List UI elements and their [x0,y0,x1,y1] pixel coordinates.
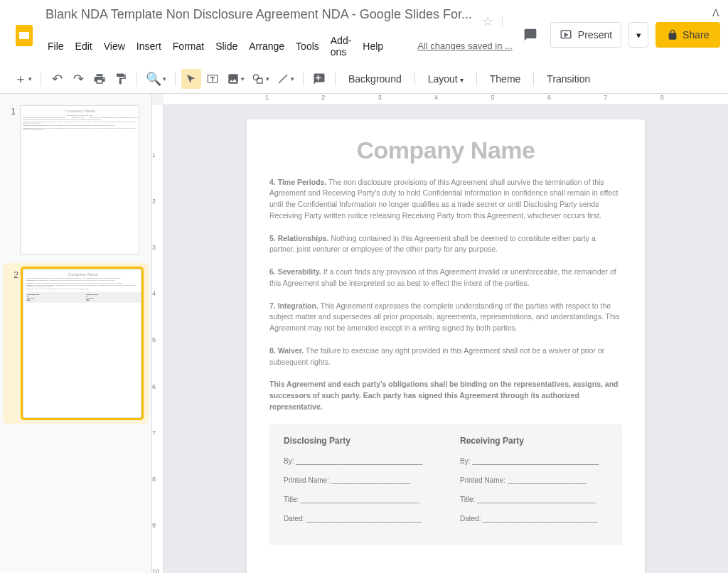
undo-button[interactable]: ↶ [47,69,67,89]
menu-arrange[interactable]: Arrange [244,38,289,55]
slide-canvas[interactable]: Company Name 4. Time Periods. The non di… [247,119,645,573]
shape-tool[interactable]: ▾ [249,69,272,89]
present-dropdown[interactable]: ▾ [628,22,648,48]
theme-button[interactable]: Theme [483,73,528,85]
sig-by: By: ________________________________ [284,457,432,465]
transition-button[interactable]: Transition [540,73,597,85]
image-tool[interactable]: ▾ [224,69,247,89]
menu-tools[interactable]: Tools [291,38,324,55]
select-tool[interactable] [181,69,201,89]
menu-edit[interactable]: Edit [70,38,97,55]
slide-heading[interactable]: Company Name [269,136,622,164]
menu-slide[interactable]: Slide [210,38,242,55]
slide-thumb-1[interactable]: Company Name Non-Disclosure Agreement (N… [20,105,139,255]
filmstrip[interactable]: 1 Company Name Non-Disclosure Agreement … [0,94,152,573]
canvas-area[interactable]: 1 2 3 4 5 6 7 8 1 2 3 4 5 6 7 8 9 10 Com… [152,94,728,573]
thumb-number: 1 [6,105,16,255]
line-tool[interactable]: ▾ [274,69,297,89]
sig-dated: Dated: _____________________________ [284,515,432,523]
sig-printed: Printed Name: ____________________ [460,476,608,484]
sig-dated: Dated: _____________________________ [460,515,608,523]
collapse-toolbar-icon[interactable]: ᐱ [712,7,719,18]
menu-view[interactable]: View [99,38,130,55]
slide-thumb-2[interactable]: Company Name 4. Time Periods. The non di… [23,269,141,418]
svg-rect-1 [19,32,29,39]
sig-by: By: ________________________________ [460,457,608,465]
share-button[interactable]: Share [655,22,720,48]
textbox-tool[interactable] [203,69,223,89]
toolbar: ＋▾ ↶ ↷ 🔍▾ ▾ ▾ ▾ Background Layout▾ Theme… [0,65,728,94]
comment-tool[interactable] [309,69,329,89]
signature-block[interactable]: Disclosing Party By: ___________________… [269,424,622,545]
menu-insert[interactable]: Insert [132,38,166,55]
ruler-horizontal: 1 2 3 4 5 6 7 8 [164,94,728,105]
sig-printed: Printed Name: ____________________ [284,476,432,484]
para-severability[interactable]: 6. Severability. If a court finds any pr… [269,267,622,289]
menu-file[interactable]: File [43,38,69,55]
sig-title: Title: ______________________________ [460,496,608,503]
para-binding[interactable]: This Agreement and each party's obligati… [269,379,622,412]
para-relationships[interactable]: 5. Relationships. Nothing contained in t… [269,233,622,256]
new-slide-button[interactable]: ＋▾ [11,69,35,89]
menu-help[interactable]: Help [358,38,388,55]
zoom-button[interactable]: 🔍▾ [143,69,169,89]
menubar: File Edit View Insert Format Slide Arran… [43,29,518,65]
ruler-vertical: 1 2 3 4 5 6 7 8 9 10 [152,105,164,573]
paint-format-button[interactable] [111,69,131,89]
para-waiver[interactable]: 8. Waiver. The failure to exercise any r… [269,346,622,368]
layout-button[interactable]: Layout▾ [421,73,471,85]
slides-logo[interactable] [11,21,37,49]
menu-addons[interactable]: Add-ons [326,32,357,60]
redo-button[interactable]: ↷ [68,69,88,89]
svg-point-4 [253,75,259,80]
sig-title: Title: ______________________________ [284,496,432,503]
present-button[interactable]: Present [550,22,621,48]
star-icon[interactable]: ☆ [482,14,493,29]
svg-line-6 [279,75,287,83]
para-integration[interactable]: 7. Integration. This Agreement expresses… [269,301,622,334]
menu-format[interactable]: Format [168,38,209,55]
document-title[interactable]: Blank NDA Template Non Disclosure Agreem… [43,6,475,23]
thumb-number: 2 [9,269,18,418]
print-button[interactable] [90,69,109,89]
save-status[interactable]: All changes saved in ... [412,38,518,54]
receiving-heading: Receiving Party [460,436,608,446]
disclosing-heading: Disclosing Party [284,436,432,446]
para-time-periods[interactable]: 4. Time Periods. The non disclosure prov… [269,177,622,222]
background-button[interactable]: Background [341,73,409,85]
comments-icon[interactable] [518,22,543,48]
